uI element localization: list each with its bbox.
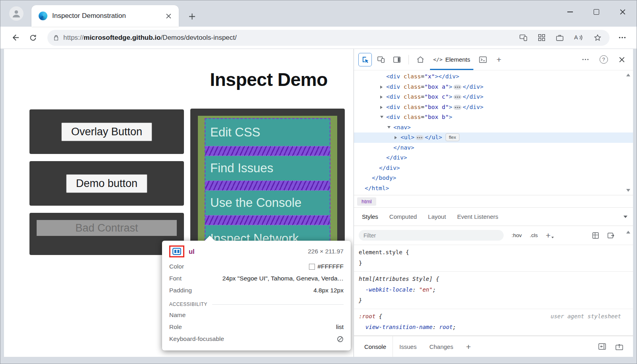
toggle-class-button[interactable]: .cls <box>530 232 538 238</box>
tree-line[interactable]: </nav> <box>354 143 633 153</box>
address-bar[interactable]: https://microsoftedge.github.io/Demos/de… <box>47 30 610 46</box>
settings-more-button[interactable] <box>614 30 630 46</box>
tree-line[interactable]: <div class="box c"></div> <box>354 92 633 102</box>
browser-tab[interactable]: Inspector Demonstration <box>31 5 179 27</box>
drawer-more-tabs-button[interactable]: + <box>459 336 477 357</box>
css-line[interactable]: -webkit-locale: "en"; <box>359 284 628 295</box>
expand-arrow-icon[interactable] <box>380 82 386 92</box>
maximize-button[interactable] <box>583 0 610 23</box>
expand-arrow-icon[interactable] <box>395 132 401 143</box>
css-line[interactable]: html[Attributes Style] { <box>359 274 628 284</box>
code-token: <ul> <box>401 134 414 140</box>
tree-line[interactable]: <div class="box a"></div> <box>354 82 633 92</box>
scroll-down-icon[interactable] <box>626 189 630 192</box>
sidebar-toggle-icon[interactable] <box>607 232 615 239</box>
expand-arrow-icon[interactable] <box>380 92 386 102</box>
css-line[interactable]: element.style { <box>359 247 628 258</box>
new-style-rule-button[interactable]: + <box>546 231 554 239</box>
nav-link[interactable]: Edit CSS <box>205 119 330 146</box>
bad-contrast-button[interactable]: Bad Contrast <box>37 220 177 236</box>
css-line[interactable]: view-transition-name: root; <box>359 322 628 333</box>
devices-icon[interactable] <box>519 34 528 41</box>
expand-ellipsis-button[interactable] <box>453 105 461 110</box>
briefcase-icon[interactable] <box>556 34 564 41</box>
tab-elements[interactable]: </> Elements <box>428 49 475 70</box>
help-icon: ? <box>600 55 608 64</box>
code-token: = <box>421 114 424 120</box>
overlay-button[interactable]: Overlay Button <box>61 123 152 141</box>
tree-line[interactable]: </body> <box>354 173 633 183</box>
expand-arrow-icon[interactable] <box>380 102 386 113</box>
dock-drawer-icon[interactable] <box>598 343 606 350</box>
scroll-up-icon[interactable] <box>626 231 630 234</box>
style-rule[interactable]: user agent stylesheet:root { view-transi… <box>354 309 633 336</box>
toggle-hover-state-button[interactable]: :hov <box>512 232 522 238</box>
filter-input[interactable] <box>359 230 504 241</box>
expand-panel-icon[interactable] <box>615 343 623 350</box>
tree-line[interactable]: <ul></ul>flex <box>354 132 633 143</box>
tab-console[interactable]: Console <box>358 336 393 357</box>
console-panel-button[interactable] <box>476 53 490 66</box>
tree-line[interactable]: <div class="x"></div> <box>354 72 633 82</box>
tab-computed[interactable]: Computed <box>384 208 422 226</box>
tree-line[interactable]: </html> <box>354 183 633 194</box>
nav-link[interactable]: Find Issues <box>205 156 330 181</box>
tree-line[interactable]: <div class="box d"></div> <box>354 102 633 113</box>
tab-event-listeners[interactable]: Event Listeners <box>451 208 504 226</box>
scroll-up-icon[interactable] <box>626 74 630 76</box>
chevron-down-icon[interactable] <box>623 216 627 218</box>
font-label: Font <box>169 275 182 282</box>
more-dots-icon <box>582 58 589 60</box>
close-devtools-button[interactable] <box>615 53 629 66</box>
section-divider <box>212 304 344 305</box>
code-icon: </> <box>433 56 442 62</box>
help-button[interactable]: ? <box>597 53 610 66</box>
tab-layout[interactable]: Layout <box>422 208 451 226</box>
dock-side-button[interactable] <box>390 53 404 66</box>
apps-grid-icon[interactable] <box>538 34 545 41</box>
tab-issues[interactable]: Issues <box>393 336 423 357</box>
tree-line[interactable]: </div> <box>354 163 633 173</box>
tab-styles[interactable]: Styles <box>356 208 384 226</box>
close-window-button[interactable] <box>610 0 636 23</box>
demo-button[interactable]: Demo button <box>66 174 148 193</box>
more-tabs-button[interactable]: + <box>492 53 506 66</box>
back-button[interactable] <box>7 29 24 46</box>
expand-ellipsis-button[interactable] <box>453 85 461 90</box>
grid-icon[interactable] <box>592 232 599 239</box>
minimize-icon <box>567 12 573 12</box>
favorites-star-icon[interactable] <box>594 34 602 42</box>
toolbar-divider <box>408 55 409 64</box>
new-tab-button[interactable] <box>186 10 198 22</box>
css-line[interactable]: } <box>359 258 628 269</box>
breadcrumb-html[interactable]: html <box>357 197 376 206</box>
expand-ellipsis-button[interactable] <box>416 135 424 140</box>
device-emulation-button[interactable] <box>374 53 388 66</box>
home-icon <box>416 56 424 63</box>
tab-changes[interactable]: Changes <box>423 336 459 357</box>
tab-close-icon[interactable] <box>163 10 174 21</box>
css-token: } <box>359 260 362 266</box>
collapse-arrow-icon[interactable] <box>387 123 393 133</box>
inspect-element-button[interactable] <box>358 53 372 66</box>
style-rule[interactable]: html[Attributes Style] { -webkit-locale:… <box>354 272 633 309</box>
read-aloud-icon[interactable]: A <box>574 34 583 41</box>
tree-line[interactable]: </div> <box>354 153 633 163</box>
collapse-arrow-icon[interactable] <box>380 112 386 123</box>
style-rule[interactable]: element.style {} <box>354 245 633 272</box>
url-text[interactable]: https://microsoftedge.github.io/Demos/de… <box>63 34 514 42</box>
css-line[interactable]: } <box>359 295 628 306</box>
nav-link[interactable]: Use the Console <box>205 191 330 215</box>
css-token: ; <box>432 286 436 293</box>
expand-ellipsis-button[interactable] <box>453 95 461 99</box>
code-token: "box b" <box>424 114 449 120</box>
tree-line[interactable]: <nav> <box>354 123 633 133</box>
refresh-button[interactable] <box>24 29 42 46</box>
code-token: </div> <box>463 84 483 90</box>
profile-avatar[interactable] <box>9 6 23 21</box>
tree-line[interactable]: <div class="box b"> <box>354 112 633 123</box>
flex-badge[interactable]: flex <box>446 133 460 141</box>
home-button[interactable] <box>414 53 427 66</box>
minimize-button[interactable] <box>557 0 583 23</box>
customize-devtools-button[interactable] <box>578 53 592 66</box>
